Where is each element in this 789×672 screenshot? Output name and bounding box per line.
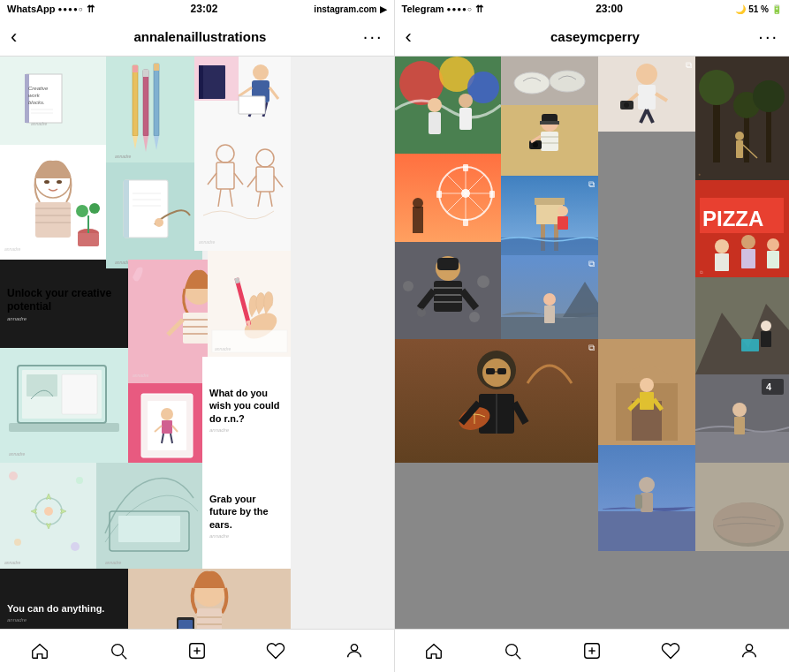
quote-4-sig: annadre	[209, 533, 229, 539]
right-profile-title: caseymcperry	[550, 29, 640, 44]
left-back-button[interactable]: ‹	[11, 26, 37, 49]
svg-rect-237	[761, 331, 771, 347]
left-add-tab[interactable]	[179, 633, 215, 668]
right-status-center: 23:00	[596, 3, 623, 15]
svg-rect-27	[239, 96, 265, 114]
photo-2[interactable]	[501, 57, 598, 105]
svg-rect-196	[413, 207, 423, 233]
grid-cell-9[interactable]: annadre	[128, 383, 208, 472]
svg-point-203	[558, 206, 568, 216]
svg-point-33	[44, 180, 49, 184]
right-search-tab[interactable]	[495, 633, 530, 668]
svg-rect-13	[143, 70, 148, 136]
photo-7[interactable]: ⧉	[501, 176, 598, 255]
grid-cell-11[interactable]: annadre	[0, 463, 96, 569]
right-content: ⧉ ●	[395, 57, 790, 629]
svg-point-171	[735, 132, 744, 140]
left-home-tab[interactable]	[22, 633, 57, 668]
photo-5[interactable]	[501, 105, 598, 176]
svg-rect-195	[489, 191, 495, 198]
svg-point-231	[543, 293, 556, 306]
photo-12[interactable]: ⧉	[395, 339, 598, 463]
photo-11[interactable]	[695, 277, 789, 374]
svg-point-272	[506, 645, 518, 656]
svg-rect-179	[541, 132, 558, 151]
quote-3-text: You can do anything.	[7, 603, 104, 615]
right-battery-icon: 🔋	[771, 4, 782, 14]
grid-cell-1[interactable]: Creative work blocks. annadre	[0, 57, 106, 145]
right-back-button[interactable]: ‹	[406, 26, 432, 49]
left-profile-tab[interactable]	[337, 633, 372, 668]
left-phone: WhatsApp ●●●●○ ⇈ 23:02 instagram.com ▶ ‹…	[0, 0, 395, 672]
svg-point-170	[753, 80, 785, 112]
svg-rect-214	[767, 251, 779, 268]
svg-point-108	[9, 472, 18, 480]
svg-rect-46	[124, 180, 168, 238]
grid-cell-13[interactable]: annadre	[128, 569, 291, 629]
grid-cell-10[interactable]: annadre	[208, 251, 291, 357]
right-tab-bar	[395, 629, 790, 672]
grid-cell-3[interactable]	[194, 57, 291, 127]
svg-rect-194	[436, 191, 442, 198]
svg-rect-185	[395, 154, 501, 242]
quote-1-sig: annadre	[7, 316, 27, 321]
photo-8[interactable]: PIZZA ⧉	[695, 180, 789, 277]
svg-rect-254	[734, 417, 745, 434]
svg-point-111	[71, 542, 80, 551]
photo-15[interactable]	[695, 463, 789, 551]
svg-text:⧉: ⧉	[700, 269, 703, 275]
grid-cell-8[interactable]: annadre	[0, 348, 128, 463]
grid-cell-quote3[interactable]: You can do anything. annadre	[0, 569, 128, 629]
grid-cell-quote1[interactable]: Unlock your creative potential annadre	[0, 260, 128, 348]
svg-rect-12	[133, 65, 138, 72]
left-arrow: ▶	[380, 4, 387, 14]
left-heart-tab[interactable]	[258, 633, 293, 668]
left-more-button[interactable]: ···	[363, 26, 383, 47]
photo-4[interactable]: ●	[695, 57, 789, 180]
right-home-tab[interactable]	[416, 633, 451, 668]
right-more-button[interactable]: ···	[758, 26, 778, 47]
svg-point-266	[713, 502, 780, 543]
right-heart-tab[interactable]	[653, 633, 688, 668]
grid-cell-4[interactable]: annadre	[0, 145, 106, 260]
svg-point-107	[44, 507, 53, 516]
svg-point-21	[253, 64, 269, 80]
photo-3[interactable]: ⧉	[598, 57, 695, 132]
grid-cell-12[interactable]: annadre	[96, 463, 202, 569]
svg-point-143	[351, 645, 357, 651]
grid-cell-2[interactable]: annadre	[106, 57, 194, 162]
svg-point-228	[469, 312, 480, 322]
svg-point-183	[533, 142, 538, 147]
grid-cell-quote2[interactable]: What do you wish you could do r.n.? anna…	[202, 357, 291, 463]
svg-rect-192	[463, 164, 468, 171]
right-wifi-icon: ⇈	[475, 4, 483, 15]
svg-point-138	[111, 645, 123, 656]
svg-rect-151	[459, 108, 472, 130]
photo-9[interactable]	[395, 242, 501, 339]
svg-rect-16	[154, 64, 159, 136]
grid-cell-5[interactable]: annadre	[106, 162, 202, 268]
left-search-tab[interactable]	[101, 633, 136, 668]
svg-point-197	[413, 198, 423, 208]
svg-rect-204	[558, 216, 568, 230]
svg-rect-178	[540, 121, 559, 125]
photo-16[interactable]	[598, 445, 695, 551]
svg-point-161	[624, 102, 629, 108]
right-time: 23:00	[596, 3, 623, 15]
svg-point-236	[761, 321, 771, 331]
right-status-bar: Telegram ●●●●○ ⇈ 23:00 🌙 51 % 🔋	[395, 0, 790, 18]
photo-6[interactable]	[395, 154, 501, 242]
svg-point-43	[76, 205, 88, 217]
grid-cell-6[interactable]: annadre	[194, 127, 291, 251]
svg-rect-85	[62, 374, 97, 414]
left-content: Creative work blocks. annadre	[0, 57, 394, 629]
svg-point-110	[14, 539, 21, 546]
right-add-tab[interactable]	[574, 633, 610, 668]
photo-14[interactable]	[598, 339, 695, 445]
right-profile-tab[interactable]	[732, 633, 767, 668]
left-tab-bar	[0, 629, 394, 672]
grid-cell-quote4[interactable]: Grab your future by the ears. annadre	[202, 463, 291, 569]
photo-13[interactable]: 4	[695, 374, 789, 463]
svg-rect-157	[638, 85, 656, 109]
photo-1[interactable]	[395, 57, 501, 154]
